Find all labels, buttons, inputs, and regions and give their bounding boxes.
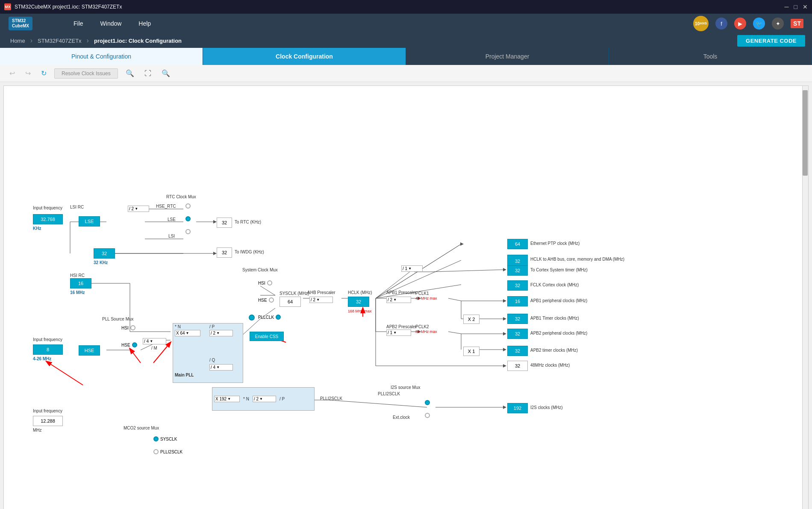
menu-file[interactable]: File xyxy=(74,20,83,27)
menu-help[interactable]: Help xyxy=(138,20,151,27)
out-fclk-val: 32 xyxy=(507,280,528,291)
zoom-out-button[interactable]: 🔍 xyxy=(159,68,173,79)
rtc-lse-radio-circle[interactable] xyxy=(185,216,191,221)
pll-hse-radio[interactable] xyxy=(132,342,137,347)
lsi-label: LSI RC xyxy=(70,205,84,209)
rtc-lse-radio[interactable] xyxy=(185,216,191,221)
apb2-timer-mult: X 1 xyxy=(463,347,480,356)
lse-unit-label: KHz xyxy=(33,226,41,231)
lsi-block: 32 xyxy=(94,248,115,259)
network-icon[interactable]: ✦ xyxy=(772,18,784,29)
breadcrumb: Home › STM32F407ZETx › project1.ioc: Clo… xyxy=(0,33,812,48)
tab-project[interactable]: Project Manager xyxy=(406,48,609,65)
sysclk-hsi[interactable]: HSI xyxy=(258,280,281,285)
breadcrumb-project[interactable]: project1.ioc: Clock Configuration xyxy=(91,36,185,46)
sysclk-hse-radio[interactable] xyxy=(269,297,274,303)
out-apb1-timer-val: 32 xyxy=(507,314,528,324)
breadcrumb-nav: Home › STM32F407ZETx › project1.ioc: Clo… xyxy=(7,36,185,46)
pll-m-label: / M xyxy=(151,346,157,350)
cortex-div-select[interactable]: / 1 ▼ xyxy=(401,265,423,272)
close-button[interactable]: ✕ xyxy=(803,3,808,10)
pll-q-select[interactable]: / 4 ▼ xyxy=(209,364,233,371)
hse-value-box[interactable]: 8 xyxy=(33,344,63,355)
plli2s-r-label: / P xyxy=(279,397,285,401)
input-freq-2-label: Input frequency xyxy=(33,337,62,342)
rtc-mux-radios xyxy=(185,203,191,234)
hse-div2-select[interactable]: / 2 ▼ xyxy=(128,206,149,212)
to-iwdg-val-box: 32 xyxy=(217,247,232,258)
pll-hsi[interactable]: HSI xyxy=(121,325,137,330)
hse-block: HSE xyxy=(79,345,100,356)
i2s-plli2s-radio[interactable] xyxy=(425,400,430,405)
i2s-clk-label: I2S clocks (MHz) xyxy=(530,405,563,410)
pll-p-select[interactable]: / 2 ▼ xyxy=(209,330,233,336)
hse-unit-label: 4-26 MHz xyxy=(33,356,51,361)
twitter-icon[interactable]: 🐦 xyxy=(753,18,765,29)
youtube-icon[interactable]: ▶ xyxy=(734,18,746,29)
clock-diagram: Input frequency 32.768 KHz LSE LSI RC 32… xyxy=(4,86,808,509)
refresh-button[interactable]: ↻ xyxy=(38,68,49,79)
rtc-lsi-radio-circle[interactable] xyxy=(185,229,191,234)
enable-css-button[interactable]: Enable CSS xyxy=(250,332,284,341)
titlebar-controls[interactable]: ─ □ ✕ xyxy=(785,3,808,10)
rtc-hse-radio-circle[interactable] xyxy=(185,203,191,209)
redo-button[interactable]: ↪ xyxy=(23,68,33,79)
lse-mux-label: LSE xyxy=(168,217,176,222)
sysclk-pll-radio[interactable] xyxy=(276,315,281,320)
pll-source-mux-label: PLL Source Mux xyxy=(102,317,134,321)
undo-button[interactable]: ↩ xyxy=(7,68,18,79)
mco2-sysclk: SYSCLK xyxy=(153,436,182,441)
plli2s-n-select[interactable]: X 192 ▼ xyxy=(214,396,240,402)
out-cortex-val: 32 xyxy=(507,265,528,276)
zoom-in-button[interactable]: 🔍 xyxy=(123,68,137,79)
breadcrumb-sep-1: › xyxy=(30,37,32,44)
i2s-ext-radio[interactable] xyxy=(425,413,430,418)
tab-pinout[interactable]: Pinout & Configuration xyxy=(0,48,203,65)
apb2-div-select[interactable]: / 1 ▼ xyxy=(386,330,411,336)
menu-items: File Window Help xyxy=(74,20,151,27)
generate-code-button[interactable]: GENERATE CODE xyxy=(737,35,805,47)
scrollbar-thumb[interactable] xyxy=(803,90,808,176)
menu-window[interactable]: Window xyxy=(100,20,122,27)
pll-n-select[interactable]: X 64 ▼ xyxy=(175,330,200,336)
mco2-sysclk-radio[interactable] xyxy=(153,436,159,441)
ahb-div-select[interactable]: / 2 ▼ xyxy=(309,297,333,303)
pllclk-radio-dot[interactable] xyxy=(249,315,255,321)
out-48mhz-val: 32 xyxy=(507,361,528,371)
lse-value-box[interactable]: 32.768 xyxy=(33,214,63,224)
plli2s-r-select[interactable]: / 2 ▼ xyxy=(253,396,276,402)
tab-clock[interactable]: Clock Configuration xyxy=(203,48,406,65)
svg-line-38 xyxy=(448,332,461,334)
apb1-div-select[interactable]: / 2 ▼ xyxy=(386,297,411,303)
ahb-prescaler-label: AHB Prescaler xyxy=(307,290,335,295)
breadcrumb-home[interactable]: Home xyxy=(7,36,29,46)
rtc-hse-radio[interactable] xyxy=(185,203,191,209)
pll-m-select[interactable]: / 4 ▼ xyxy=(143,338,166,344)
sysclk-mhz-label: SYSCLK (MHz) xyxy=(279,291,309,296)
minimize-button[interactable]: ─ xyxy=(785,3,789,10)
pll-hsi-radio[interactable] xyxy=(130,325,135,330)
pll-q-label: / Q xyxy=(209,358,215,362)
sysclk-pll[interactable]: PLLCLK xyxy=(258,315,281,320)
facebook-icon[interactable]: f xyxy=(715,18,727,29)
menubar-right: 10ANS f ▶ 🐦 ✦ ST xyxy=(693,16,803,31)
sysclk-hse[interactable]: HSE xyxy=(258,297,281,303)
st-logo: ST xyxy=(791,19,803,28)
maximize-button[interactable]: □ xyxy=(794,3,797,10)
rtc-lsi-radio[interactable] xyxy=(185,229,191,234)
tab-tools[interactable]: Tools xyxy=(609,48,812,65)
scrollbar-vertical[interactable] xyxy=(802,86,808,509)
other-freq-box[interactable]: 12.288 xyxy=(33,416,63,426)
mco2-plli2s: PLLI2SCLK xyxy=(153,449,182,454)
menubar-left: STM32 CubeMX File Window Help xyxy=(9,17,151,30)
fit-button[interactable]: ⛶ xyxy=(142,68,154,79)
resolve-clock-button[interactable]: Resolve Clock Issues xyxy=(54,68,118,79)
breadcrumb-device[interactable]: STM32F407ZETx xyxy=(34,36,85,46)
main-pll-label: Main PLL xyxy=(175,373,194,377)
plli2s-n-label: * N xyxy=(243,397,249,401)
sysclk-hsi-radio[interactable] xyxy=(267,280,272,285)
mco2-plli2s-radio[interactable] xyxy=(153,449,159,454)
out-apb1-val: 16 xyxy=(507,296,528,306)
titlebar-left: MX STM32CubeMX project1.ioc: STM32F407ZE… xyxy=(4,3,122,10)
pll-hse[interactable]: HSE xyxy=(121,342,137,347)
